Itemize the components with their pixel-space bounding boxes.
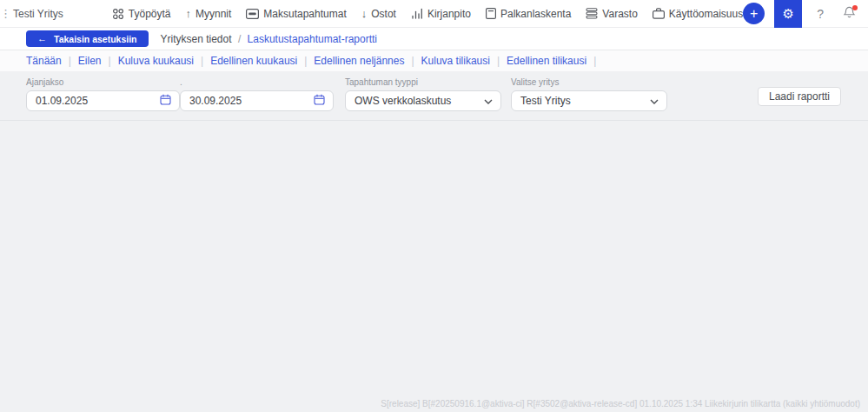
- nav-item-label: Myynnit: [195, 8, 231, 20]
- nav-item-label: Maksutapahtumat: [263, 8, 346, 20]
- nav-item-tyopoyta[interactable]: Työpöytä: [112, 8, 171, 20]
- transaction-type-select[interactable]: OWS verkkolaskutus: [345, 90, 501, 111]
- quick-range-current-month[interactable]: Kuluva kuukausi: [118, 55, 194, 67]
- nav-item-myynnit[interactable]: ↑ Myynnit: [186, 8, 232, 20]
- layers-icon: [586, 8, 598, 19]
- settings-button[interactable]: ⚙: [774, 0, 802, 28]
- document-icon: [486, 8, 496, 19]
- nav-item-kirjanpito[interactable]: Kirjanpito: [411, 8, 471, 20]
- quick-range-previous-fiscal-year[interactable]: Edellinen tilikausi: [507, 55, 586, 67]
- transaction-type-label: Tapahtuman tyyppi: [345, 77, 501, 87]
- transaction-type-field: Tapahtuman tyyppi OWS verkkolaskutus: [345, 77, 501, 120]
- transaction-type-value: OWS verkkolaskutus: [354, 95, 451, 107]
- date-to-value: 30.09.2025: [189, 95, 242, 107]
- date-from-input[interactable]: 01.09.2025: [26, 90, 180, 111]
- calendar-icon[interactable]: [314, 94, 325, 108]
- arrow-left-icon: ←: [37, 34, 47, 43]
- quick-range-previous-month[interactable]: Edellinen kuukausi: [210, 55, 297, 67]
- topbar-actions: + ⚙ ?: [743, 0, 868, 28]
- date-from-value: 01.09.2025: [36, 95, 88, 107]
- chevron-down-icon: [484, 95, 493, 107]
- period-end-label: .: [180, 77, 334, 87]
- breadcrumb-separator: /: [238, 33, 241, 45]
- card-icon: [246, 9, 259, 19]
- nav-item-varasto[interactable]: Varasto: [586, 8, 637, 20]
- quick-range-links: Tänään | Eilen | Kuluva kuukausi | Edell…: [0, 50, 868, 71]
- breadcrumb-current-link[interactable]: Laskutustapahtumat-raportti: [248, 33, 377, 45]
- briefcase-icon: [653, 8, 665, 19]
- breadcrumb: Yrityksen tiedot / Laskutustapahtumat-ra…: [161, 33, 378, 45]
- nav-item-ostot[interactable]: ↓ Ostot: [361, 8, 396, 20]
- separator: |: [109, 55, 111, 67]
- chevron-down-icon: [650, 95, 659, 107]
- toolbar-row: ← Takaisin asetuksiin Yrityksen tiedot /…: [0, 28, 868, 50]
- separator: |: [304, 55, 307, 67]
- quick-range-previous-quarter[interactable]: Edellinen neljännes: [314, 55, 404, 67]
- separator: |: [497, 55, 500, 67]
- bar-chart-icon: [411, 8, 423, 19]
- quick-range-current-fiscal-year[interactable]: Kuluva tilikausi: [421, 55, 490, 67]
- notification-dot: [852, 5, 858, 10]
- gear-icon: ⚙: [782, 6, 793, 22]
- back-to-settings-button[interactable]: ← Takaisin asetuksiin: [26, 30, 149, 47]
- date-to-field: . 30.09.2025: [180, 77, 334, 120]
- company-select-value: Testi Yritys: [520, 95, 571, 107]
- nav-item-label: Palkanlaskenta: [500, 8, 571, 20]
- nav-item-label: Ostot: [371, 8, 396, 20]
- dashboard-icon: [112, 8, 124, 20]
- build-info-text: S[release] B[#20250916.1@aktiva-ci] R[#3…: [381, 399, 860, 409]
- separator: |: [201, 55, 203, 67]
- nav-item-label: Käyttöomaisuus: [669, 8, 743, 20]
- company-select[interactable]: Testi Yritys: [511, 90, 667, 111]
- nav-item-label: Varasto: [602, 8, 637, 20]
- calendar-icon[interactable]: [160, 94, 171, 108]
- nav-item-kayttoomaisuus[interactable]: Käyttöomaisuus: [653, 8, 743, 20]
- company-select-label: Valitse yritys: [511, 77, 667, 87]
- back-button-label: Takaisin asetuksiin: [54, 34, 137, 44]
- help-icon: ?: [817, 7, 824, 21]
- breadcrumb-parent: Yrityksen tiedot: [161, 33, 232, 45]
- arrow-down-icon: ↓: [361, 8, 368, 19]
- generate-report-button[interactable]: Laadi raportti: [758, 87, 841, 106]
- separator: |: [69, 55, 71, 67]
- company-name: Testi Yritys: [13, 8, 63, 20]
- report-filter-form: Ajanjakso 01.09.2025 . 30.09.2025 Tapaht…: [0, 71, 868, 121]
- nav-item-label: Kirjanpito: [427, 8, 471, 20]
- plus-icon: +: [750, 7, 758, 21]
- notifications-button[interactable]: [838, 0, 859, 28]
- arrow-up-icon: ↑: [186, 8, 192, 19]
- nav-item-label: Työpöytä: [129, 8, 171, 20]
- nav-item-palkanlaskenta[interactable]: Palkanlaskenta: [486, 8, 571, 20]
- add-button[interactable]: +: [743, 3, 765, 24]
- quick-range-yesterday[interactable]: Eilen: [78, 55, 102, 67]
- date-to-input[interactable]: 30.09.2025: [180, 90, 334, 111]
- help-button[interactable]: ?: [810, 0, 831, 28]
- top-navigation-bar: ⋮ Testi Yritys Työpöytä ↑ Myynnit Maksut…: [0, 0, 868, 28]
- separator: |: [411, 55, 414, 67]
- company-select-field: Valitse yritys Testi Yritys: [511, 77, 667, 120]
- quick-range-today[interactable]: Tänään: [26, 55, 62, 67]
- main-nav: Työpöytä ↑ Myynnit Maksutapahtumat ↓ Ost…: [112, 8, 743, 20]
- period-label: Ajanjakso: [26, 77, 180, 87]
- date-from-field: Ajanjakso 01.09.2025: [26, 77, 180, 120]
- separator: |: [593, 55, 596, 67]
- nav-item-maksutapahtumat[interactable]: Maksutapahtumat: [246, 8, 346, 20]
- kebab-menu-icon[interactable]: ⋮: [0, 8, 11, 19]
